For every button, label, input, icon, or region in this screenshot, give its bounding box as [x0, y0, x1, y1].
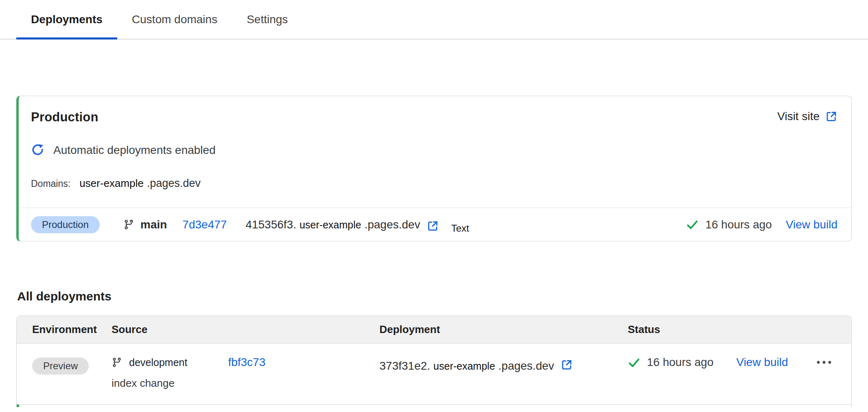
deployments-table: Environment Source Deployment Status Pre…	[16, 316, 852, 407]
tab-bar: Deployments Custom domains Settings	[0, 0, 868, 39]
table-row: Preview development fbf3c73 index change…	[17, 344, 851, 404]
deployment-suffix: .pages.dev	[364, 218, 420, 231]
environment-badge-production: Production	[31, 216, 100, 233]
visit-site-link[interactable]: Visit site	[777, 110, 837, 123]
deployment-time: 16 hours ago	[647, 356, 713, 369]
tab-settings[interactable]: Settings	[232, 0, 302, 39]
deployment-url: 415356f3. user-example .pages.dev	[245, 218, 420, 231]
external-link-icon[interactable]	[561, 359, 573, 371]
commit-message: index change	[112, 377, 379, 390]
check-icon	[686, 218, 699, 231]
column-status: Status	[628, 323, 851, 336]
deployment-url: 373f31e2. user-example .pages.dev	[379, 356, 628, 390]
auto-deployments-text: Automatic deployments enabled	[53, 144, 215, 157]
deployment-time: 16 hours ago	[705, 218, 772, 231]
branch-name: main	[140, 218, 167, 231]
commit-link[interactable]: 7d3e477	[182, 218, 227, 231]
tab-custom-domains[interactable]: Custom domains	[117, 0, 232, 39]
deployment-note: Text	[451, 223, 469, 234]
external-link-icon	[825, 110, 837, 123]
table-header: Environment Source Deployment Status	[17, 316, 851, 344]
column-environment: Environment	[32, 323, 112, 336]
view-build-link[interactable]: View build	[736, 356, 788, 369]
next-row-partial	[17, 404, 851, 407]
production-card-info: Production Visit site Automa	[19, 96, 851, 208]
domain-suffix: .pages.dev	[147, 177, 201, 190]
column-source: Source	[112, 323, 379, 336]
git-branch-icon	[123, 219, 134, 230]
git-branch-icon	[112, 357, 122, 368]
commit-link[interactable]: fbf3c73	[228, 356, 265, 369]
check-icon	[628, 356, 640, 369]
environment-badge-preview: Preview	[32, 357, 89, 375]
domains-row: Domains: user-example .pages.dev	[31, 177, 837, 190]
status-group: 16 hours ago View build	[686, 218, 837, 231]
deployment-hash: 415356f3.	[245, 218, 296, 231]
production-deployment-row: Production main 7d3e477 415356f3. user-e…	[19, 208, 851, 241]
auto-deployments-row: Automatic deployments enabled	[31, 143, 837, 157]
domain-name: user-example	[79, 177, 144, 190]
ellipsis-menu-button[interactable]	[815, 359, 833, 365]
refresh-icon	[31, 143, 44, 157]
deployment-domain: user-example	[434, 360, 495, 372]
column-deployment: Deployment	[379, 323, 628, 336]
tab-deployments[interactable]: Deployments	[16, 0, 117, 39]
deployment-suffix: .pages.dev	[498, 359, 554, 373]
view-build-link[interactable]: View build	[786, 218, 837, 231]
branch-group: main	[123, 218, 167, 231]
branch-name: development	[129, 357, 187, 368]
deployment-domain: user-example	[300, 219, 361, 231]
visit-site-label: Visit site	[777, 110, 820, 123]
production-card: Production Visit site Automa	[16, 96, 852, 241]
all-deployments-title: All deployments	[17, 289, 868, 303]
production-title: Production	[31, 110, 99, 125]
domains-label: Domains:	[31, 178, 70, 189]
deployment-hash: 373f31e2.	[379, 359, 430, 373]
external-link-icon[interactable]	[427, 220, 439, 232]
